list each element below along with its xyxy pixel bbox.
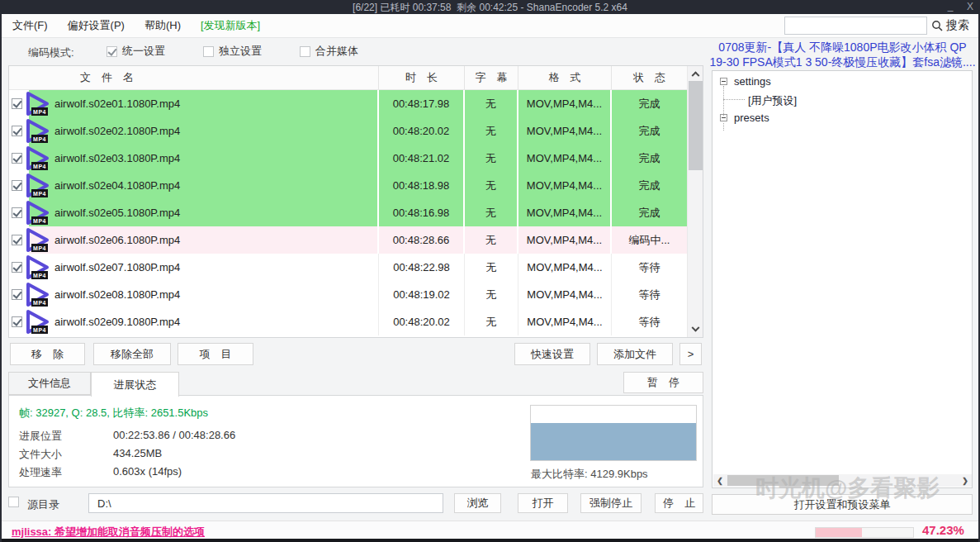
table-row[interactable]: airwolf.s02e02.1080P.mp400:48:20.02无MOV,… [9, 117, 687, 145]
encode-stats: 帧: 32927, Q: 28.5, 比特率: 2651.5Kbps [19, 406, 208, 421]
table-row[interactable]: airwolf.s02e09.1080P.mp400:48:20.02无MOV,… [9, 308, 687, 335]
column-header-0[interactable]: 文 件 名 [9, 66, 379, 89]
row-checkbox[interactable] [12, 316, 22, 327]
row-checkbox[interactable] [12, 98, 22, 109]
column-header-1[interactable]: 时 长 [379, 66, 465, 89]
format-cell: MOV,MP4,M4... [518, 281, 612, 308]
table-row[interactable]: airwolf.s02e01.1080P.mp400:48:17.98无MOV,… [9, 90, 687, 117]
status-cell: 完成 [612, 172, 687, 199]
column-header-3[interactable]: 格 式 [518, 66, 612, 89]
vertical-scrollbar[interactable] [687, 66, 703, 337]
search-button[interactable]: 搜索 [931, 17, 969, 35]
row-checkbox[interactable] [12, 207, 22, 218]
watermark-text: 时光机@多看聚影 [755, 473, 940, 504]
open-button[interactable]: 打开 [518, 493, 568, 513]
mp4-file-icon: MP4 [25, 282, 50, 307]
encode-mode-options: 统一设置独立设置合并媒体 [107, 44, 358, 59]
speed-value: 0.603x (14fps) [113, 465, 182, 478]
column-header-4[interactable]: 状 态 [612, 66, 687, 89]
force-stop-button[interactable]: 强制停止 [580, 493, 641, 513]
scroll-right-arrow[interactable]: ❯ [959, 474, 972, 487]
format-cell: MOV,MP4,M4... [518, 199, 612, 226]
scroll-left-arrow[interactable]: ❮ [713, 474, 727, 487]
duration-cell: 00:48:17.98 [379, 90, 465, 117]
status-message[interactable]: mjlissa: 希望增加能取消音频压制的选项 [12, 525, 205, 540]
encode-mode-option-1[interactable]: 独立设置 [203, 44, 262, 59]
subtitle-cell: 无 [465, 199, 518, 226]
option-label: 合并媒体 [315, 44, 358, 59]
table-row[interactable]: airwolf.s02e08.1080P.mp400:48:19.02无MOV,… [9, 281, 687, 308]
menu-item-0[interactable]: 文件(F) [12, 18, 48, 33]
stop-button[interactable]: 停 止 [655, 493, 703, 513]
subtitle-cell: 无 [465, 308, 518, 335]
mp4-badge: MP4 [31, 216, 48, 225]
row-checkbox[interactable] [12, 180, 22, 191]
preset-link[interactable]: 0708更新-【真人 不降噪1080P电影改小体积 QP 19-30 FPSA模… [708, 40, 977, 69]
checkbox-checked[interactable] [107, 46, 117, 57]
remove-all-button[interactable]: 移除全部 [93, 343, 171, 365]
status-cell: 完成 [612, 117, 687, 145]
path-input[interactable]: D:\ [88, 493, 443, 513]
mp4-file-icon [25, 336, 50, 337]
encode-mode-option-0[interactable]: 统一设置 [107, 44, 165, 59]
format-cell: MOV,MP4,M4... [518, 172, 612, 199]
pause-button[interactable]: 暂 停 [623, 372, 703, 393]
file-size-label: 文件大小 [19, 447, 62, 462]
minimize-button[interactable]: _ [943, 0, 958, 13]
subtitle-cell: 无 [465, 117, 518, 145]
row-checkbox[interactable] [12, 262, 22, 273]
table-row[interactable]: airwolf.s02e06.1080P.mp400:48:28.66无MOV,… [9, 226, 687, 254]
progress-position-label: 进展位置 [19, 429, 62, 444]
project-button[interactable]: 项 目 [178, 343, 253, 365]
mp4-file-icon: MP4 [25, 91, 50, 116]
table-row[interactable]: airwolf.s02e03.1080P.mp400:48:21.02无MOV,… [9, 145, 687, 172]
mp4-file-icon: MP4 [25, 118, 50, 144]
tab-file-info[interactable]: 文件信息 [8, 372, 91, 395]
menu-item-1[interactable]: 偏好设置(P) [68, 18, 125, 33]
table-rows: airwolf.s02e01.1080P.mp400:48:17.98无MOV,… [9, 90, 687, 337]
source-dir-checkbox[interactable] [8, 497, 19, 507]
format-cell: MOV,MP4,M4... [518, 117, 612, 145]
menu-item-new-version[interactable]: [发现新版本] [201, 18, 260, 33]
mp4-badge: MP4 [31, 244, 48, 252]
status-cell: 完成 [612, 90, 687, 117]
tree-item-presets[interactable]: presets [734, 112, 769, 124]
checkbox-unchecked[interactable] [203, 46, 214, 57]
scrollbar-thumb[interactable] [689, 81, 703, 170]
duration-cell: 00:48:16.98 [379, 199, 465, 226]
tree-expander[interactable] [720, 78, 727, 85]
row-checkbox[interactable] [12, 289, 22, 300]
encode-mode-option-2[interactable]: 合并媒体 [300, 44, 358, 59]
source-dir-label: 源目录 [27, 497, 59, 512]
row-checkbox[interactable] [12, 235, 22, 245]
tree-item-settings[interactable]: settings [734, 75, 771, 88]
row-checkbox[interactable] [12, 126, 22, 136]
close-button[interactable]: X [963, 1, 978, 14]
encode-mode-label: 编码模式: [28, 45, 74, 60]
column-header-2[interactable]: 字 幕 [465, 66, 518, 89]
tab-progress-state[interactable]: 进展状态 [91, 372, 179, 397]
row-checkbox[interactable] [12, 153, 22, 164]
mp4-file-icon: MP4 [25, 200, 50, 226]
file-name-cell: airwolf.s02e04.1080P.mp4 [9, 172, 379, 199]
window-bottom-edge [0, 539, 980, 542]
mp4-file-icon: MP4 [25, 309, 50, 335]
quick-settings-button[interactable]: 快速设置 [514, 343, 590, 365]
browse-button[interactable]: 浏览 [454, 493, 501, 513]
menubar: 文件(F)偏好设置(P)帮助(H)[发现新版本] 搜索 [0, 14, 980, 38]
duration-cell: 00:48:20.02 [379, 117, 465, 145]
checkbox-unchecked[interactable] [300, 46, 310, 57]
remove-button[interactable]: 移 除 [10, 343, 85, 365]
table-row[interactable]: airwolf.s02e04.1080P.mp400:48:18.98无MOV,… [9, 172, 687, 199]
tree-item-[interactable]: [用户预设] [748, 93, 797, 108]
scroll-up-arrow[interactable] [688, 66, 703, 80]
encode-percent: 47.23% [922, 523, 964, 537]
add-files-button[interactable]: 添加文件 [597, 343, 673, 365]
more-button[interactable]: > [679, 343, 702, 365]
table-row[interactable]: airwolf.s02e05.1080P.mp400:48:16.98无MOV,… [9, 199, 687, 226]
scroll-down-arrow[interactable] [688, 323, 703, 337]
menu-item-2[interactable]: 帮助(H) [144, 18, 181, 33]
table-row[interactable]: airwolf.s02e07.1080P.mp400:48:22.98无MOV,… [9, 254, 687, 281]
status-cell: 完成 [612, 145, 687, 172]
search-input[interactable] [784, 17, 927, 35]
